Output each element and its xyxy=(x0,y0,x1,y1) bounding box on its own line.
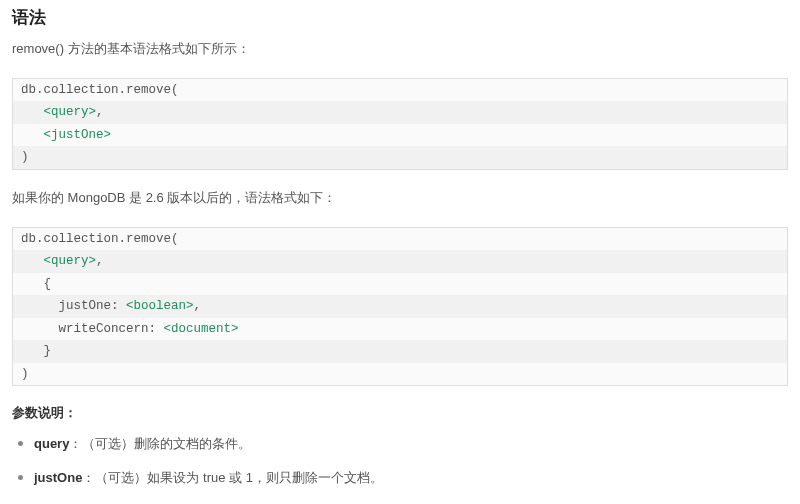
token-justone: <justOne> xyxy=(44,128,112,142)
param-desc: ：（可选）删除的文档的条件。 xyxy=(69,436,251,451)
param-list: query：（可选）删除的文档的条件。 justOne：（可选）如果设为 tru… xyxy=(12,434,788,504)
param-name: justOne xyxy=(34,470,82,485)
param-name: query xyxy=(34,436,69,451)
code-block-extended: db.collection.remove( <query>, { justOne… xyxy=(12,227,788,387)
code-block-basic: db.collection.remove( <query>, <justOne>… xyxy=(12,78,788,170)
token-query: <query> xyxy=(44,254,97,268)
token-boolean: <boolean> xyxy=(126,299,194,313)
intro-text-2: 如果你的 MongoDB 是 2.6 版本以后的，语法格式如下： xyxy=(12,188,788,209)
intro-text-1: remove() 方法的基本语法格式如下所示： xyxy=(12,39,788,60)
token-query: <query> xyxy=(44,105,97,119)
param-desc: ：（可选）如果设为 true 或 1，则只删除一个文档。 xyxy=(82,470,382,485)
list-item: justOne：（可选）如果设为 true 或 1，则只删除一个文档。 xyxy=(16,468,788,488)
token-document: <document> xyxy=(164,322,239,336)
syntax-heading: 语法 xyxy=(12,6,788,29)
params-heading: 参数说明： xyxy=(12,404,788,422)
list-item: query：（可选）删除的文档的条件。 xyxy=(16,434,788,454)
